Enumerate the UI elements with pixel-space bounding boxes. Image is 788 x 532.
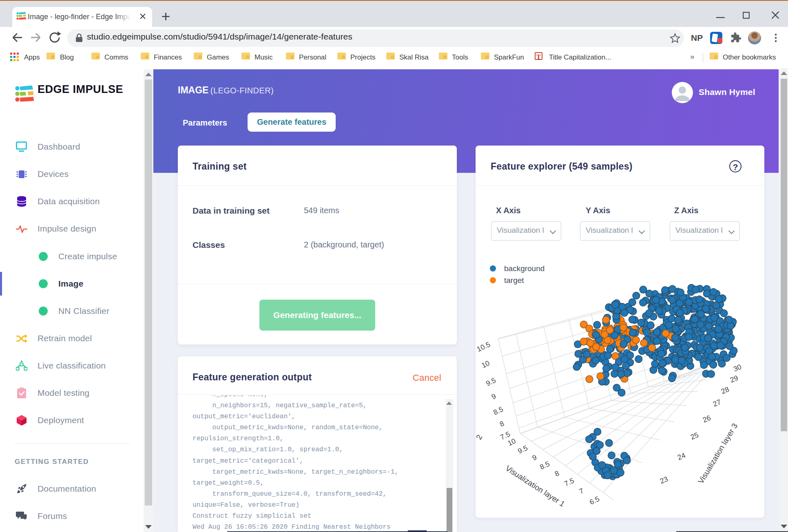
svg-text:7: 7	[578, 486, 585, 495]
svg-text:29: 29	[729, 374, 739, 384]
svg-text:8.5: 8.5	[492, 405, 505, 416]
svg-text:8: 8	[498, 419, 505, 428]
svg-text:28: 28	[720, 385, 730, 396]
svg-text:9.5: 9.5	[516, 444, 529, 455]
svg-text:24: 24	[676, 451, 687, 461]
svg-text:9: 9	[490, 392, 497, 401]
svg-text:9.5: 9.5	[485, 376, 497, 387]
svg-text:7.5: 7.5	[563, 476, 576, 488]
svg-text:9: 9	[531, 453, 538, 462]
svg-text:Visualization layer 3: Visualization layer 3	[696, 422, 739, 485]
svg-text:30: 30	[732, 362, 743, 373]
svg-text:25: 25	[689, 431, 700, 441]
svg-text:23: 23	[659, 475, 669, 486]
svg-text:6.5: 6.5	[588, 494, 601, 506]
svg-text:8: 8	[553, 469, 560, 478]
svg-text:27: 27	[712, 398, 722, 408]
svg-text:10.5: 10.5	[476, 340, 491, 353]
svg-text:8.5: 8.5	[538, 459, 551, 471]
svg-text:26: 26	[702, 414, 712, 424]
svg-text:10: 10	[480, 359, 491, 369]
svg-text:2: 2	[476, 433, 484, 441]
